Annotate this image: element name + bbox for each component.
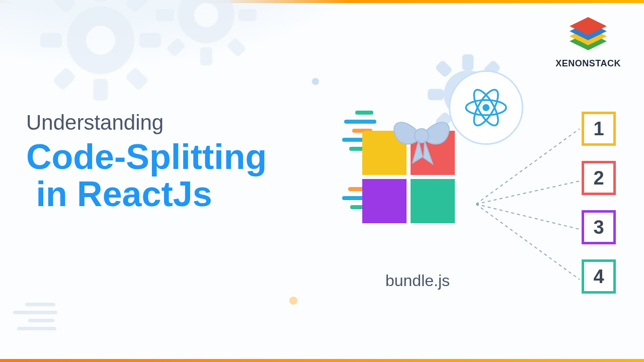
stacked-layers-icon xyxy=(567,17,610,53)
decorative-dot xyxy=(312,78,319,85)
svg-point-38 xyxy=(415,129,429,143)
svg-line-41 xyxy=(476,204,580,229)
svg-point-37 xyxy=(482,104,490,111)
svg-rect-17 xyxy=(166,37,186,57)
bottom-accent-bar xyxy=(0,359,644,362)
chunk-box-3: 3 xyxy=(582,210,616,244)
split-connector-lines xyxy=(476,129,587,320)
ribbon-bow-icon xyxy=(386,102,457,172)
decorative-dot xyxy=(289,297,297,305)
svg-line-42 xyxy=(476,204,580,280)
svg-rect-18 xyxy=(226,37,247,57)
bundle-square-green xyxy=(411,179,455,223)
svg-rect-2 xyxy=(94,79,108,101)
svg-rect-14 xyxy=(238,9,257,21)
bundle-illustration xyxy=(362,131,473,261)
code-bars-decor-faint xyxy=(13,303,57,335)
svg-rect-7 xyxy=(52,67,76,91)
bundle-label: bundle.js xyxy=(362,272,473,290)
svg-point-9 xyxy=(86,26,115,55)
svg-rect-25 xyxy=(462,54,473,70)
svg-rect-27 xyxy=(428,89,444,100)
chunk-label: 4 xyxy=(593,266,604,288)
chunk-label: 2 xyxy=(593,167,604,189)
headline-line-1: Code-Splitting xyxy=(26,139,267,176)
svg-rect-6 xyxy=(125,0,149,14)
chunk-label: 3 xyxy=(593,217,604,238)
headline-pretitle: Understanding xyxy=(26,111,267,135)
chunk-label: 1 xyxy=(593,118,604,140)
svg-rect-29 xyxy=(435,60,453,78)
bundle-square-purple xyxy=(362,179,407,223)
chunk-list: 1 2 3 4 xyxy=(582,112,616,294)
svg-rect-8 xyxy=(125,67,149,91)
svg-rect-13 xyxy=(156,9,174,21)
svg-rect-5 xyxy=(52,0,76,14)
brand-logo: XENONSTACK xyxy=(555,17,621,69)
chunk-box-1: 1 xyxy=(582,112,616,146)
svg-point-19 xyxy=(194,3,218,27)
chunk-box-4: 4 xyxy=(582,259,616,294)
svg-rect-12 xyxy=(200,47,212,65)
svg-rect-1 xyxy=(94,0,108,2)
svg-rect-3 xyxy=(40,33,62,48)
gear-icon xyxy=(156,0,257,65)
headline: Understanding Code-Splitting in ReactJs xyxy=(26,111,267,213)
gear-icon xyxy=(40,0,161,101)
react-icon xyxy=(461,82,511,133)
chunk-box-2: 2 xyxy=(582,161,616,195)
react-badge xyxy=(449,70,523,145)
brand-name: XENONSTACK xyxy=(555,58,621,69)
headline-line-2: in ReactJs xyxy=(26,176,267,213)
